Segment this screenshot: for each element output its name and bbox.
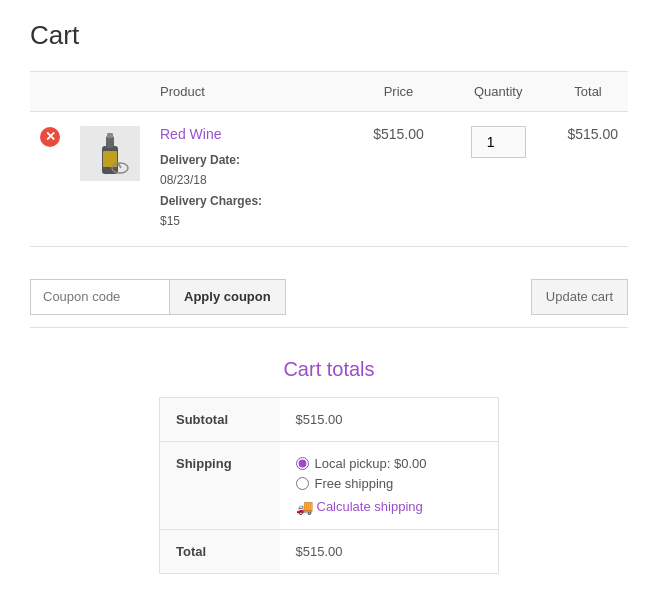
apply-coupon-button[interactable]: Apply coupon xyxy=(170,279,286,315)
shipping-option-local[interactable]: Local pickup: $0.00 xyxy=(296,456,483,471)
coupon-code-input[interactable] xyxy=(30,279,170,315)
calculate-shipping-link[interactable]: 🚚 Calculate shipping xyxy=(296,499,483,515)
total-amount: $515.00 xyxy=(296,544,343,559)
quantity-cell xyxy=(448,112,548,247)
quantity-input[interactable] xyxy=(471,126,526,158)
product-info-cell: Red Wine Delivery Date: 08/23/18 Deliver… xyxy=(150,112,349,247)
shipping-label: Shipping xyxy=(160,441,280,529)
shipping-options-list: Local pickup: $0.00 Free shipping xyxy=(296,456,483,491)
price-cell: $515.00 xyxy=(349,112,449,247)
coupon-left: Apply coupon xyxy=(30,279,286,315)
total-value-cell: $515.00 xyxy=(280,529,499,573)
shipping-options-cell: Local pickup: $0.00 Free shipping 🚚 Calc… xyxy=(280,441,499,529)
cart-totals-table: Subtotal $515.00 Shipping Local pickup: … xyxy=(159,397,499,574)
delivery-date-value: 08/23/18 xyxy=(160,173,207,187)
col-header-price: Price xyxy=(349,72,449,112)
cart-totals-title: Cart totals xyxy=(283,358,374,381)
remove-item-button[interactable]: ✕ xyxy=(40,126,60,147)
delivery-charges-value: $15 xyxy=(160,214,180,228)
page-title: Cart xyxy=(30,20,628,51)
delivery-charges-label: Delivery Charges: xyxy=(160,194,262,208)
product-image-cell xyxy=(70,112,150,247)
shipping-radio-local[interactable] xyxy=(296,457,309,470)
subtotal-amount: $515.00 xyxy=(296,412,343,427)
col-header-total: Total xyxy=(548,72,628,112)
coupon-row: Apply coupon Update cart xyxy=(30,267,628,328)
update-cart-button[interactable]: Update cart xyxy=(531,279,628,315)
total-label: Total xyxy=(160,529,280,573)
col-header-quantity: Quantity xyxy=(448,72,548,112)
subtotal-value: $515.00 xyxy=(280,397,499,441)
calculate-shipping-text: Calculate shipping xyxy=(317,499,423,514)
truck-icon: 🚚 xyxy=(296,499,313,515)
subtotal-label: Subtotal xyxy=(160,397,280,441)
product-image-svg xyxy=(80,126,140,181)
shipping-option-free-label: Free shipping xyxy=(315,476,394,491)
product-name-link[interactable]: Red Wine xyxy=(160,126,339,142)
shipping-option-free[interactable]: Free shipping xyxy=(296,476,483,491)
col-header-product: Product xyxy=(150,72,349,112)
remove-x-icon: ✕ xyxy=(40,127,60,147)
cart-totals-section: Cart totals Subtotal $515.00 Shipping Lo… xyxy=(30,358,628,574)
subtotal-row: Subtotal $515.00 xyxy=(160,397,499,441)
shipping-radio-free[interactable] xyxy=(296,477,309,490)
product-meta: Delivery Date: 08/23/18 Delivery Charges… xyxy=(160,150,339,232)
delivery-date-label: Delivery Date: xyxy=(160,153,240,167)
col-header-image xyxy=(70,72,150,112)
total-cell: $515.00 xyxy=(548,112,628,247)
product-image xyxy=(80,126,140,181)
shipping-row: Shipping Local pickup: $0.00 Free shippi… xyxy=(160,441,499,529)
remove-cell: ✕ xyxy=(30,112,70,247)
svg-rect-3 xyxy=(107,133,113,138)
total-row: Total $515.00 xyxy=(160,529,499,573)
table-row: ✕ xyxy=(30,112,628,247)
cart-table: Product Price Quantity Total ✕ xyxy=(30,71,628,247)
col-header-remove xyxy=(30,72,70,112)
shipping-option-local-label: Local pickup: $0.00 xyxy=(315,456,427,471)
